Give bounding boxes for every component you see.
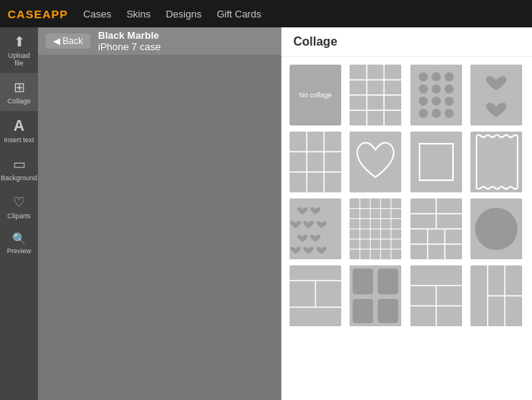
text-icon: A [14,117,24,135]
collage-grid: No collage [282,57,532,334]
logo-suffix: APP [43,8,68,21]
collage-option-cross[interactable] [470,65,522,125]
svg-rect-55 [378,268,398,294]
collage-option-wavy[interactable] [470,132,522,192]
sidebar-item-upload[interactable]: ⬆ Upload file [0,27,38,73]
sidebar-label-cliparts: Cliparts [8,212,31,220]
svg-point-9 [445,72,454,81]
collage-option-rounded-grid[interactable] [350,265,401,326]
logo: CASEAPP [8,8,68,21]
upload-icon: ⬆ [14,33,25,50]
svg-rect-20 [290,132,341,192]
collage-option-3x3[interactable] [290,132,341,192]
sidebar: ⬆ Upload file ⊞ Collage A Insert text ▭ … [0,27,38,400]
collage-option-4big[interactable] [290,265,341,326]
sidebar-item-text[interactable]: A Insert text [0,111,38,150]
collage-option-none[interactable]: No collage [290,65,341,125]
sidebar-label-collage: Collage [8,97,31,105]
content-area: ◀ Back Black Marble iPhone 7 case Collag… [38,27,532,400]
svg-rect-28 [470,132,522,192]
nav-giftcards[interactable]: Gift Cards [217,8,261,20]
collage-option-grid34[interactable] [350,65,401,125]
svg-point-15 [445,97,454,106]
svg-rect-26 [410,132,462,192]
svg-point-10 [419,84,428,94]
product-subtitle: iPhone 7 case [98,41,160,52]
svg-point-18 [445,109,454,118]
sidebar-label-background: Background [1,174,37,182]
collage-option-dots[interactable] [410,65,462,125]
collage-option-thirds-h[interactable] [410,265,462,326]
svg-point-7 [419,72,428,81]
svg-rect-57 [378,299,398,323]
collage-option-many-grid[interactable] [350,198,401,259]
background-icon: ▭ [13,156,26,173]
sidebar-label-preview: Preview [7,247,31,255]
collage-option-circle[interactable] [470,198,522,259]
nav-skins[interactable]: Skins [126,8,150,20]
cliparts-icon: ♡ [13,194,25,211]
svg-point-17 [432,109,441,118]
sidebar-item-cliparts[interactable]: ♡ Cliparts [0,188,38,226]
collage-panel-title: Collage [282,27,532,57]
svg-rect-54 [353,268,373,294]
collage-icon: ⊞ [14,79,25,96]
collage-option-asymm[interactable] [410,198,462,259]
nav-designs[interactable]: Designs [166,8,201,20]
svg-point-16 [419,109,428,118]
nav-cases[interactable]: Cases [84,8,112,20]
sidebar-label-upload: Upload file [3,52,35,67]
collage-option-heart-outline[interactable] [350,132,401,192]
sidebar-item-preview[interactable]: 🔍 Preview [0,226,38,261]
sidebar-item-background[interactable]: ▭ Background [0,150,38,188]
collage-option-thirds-v[interactable] [470,265,522,326]
no-collage-label: No collage [299,91,332,99]
svg-point-8 [432,72,441,81]
svg-point-13 [419,97,428,106]
collage-option-square-outline[interactable] [410,132,462,192]
svg-rect-56 [353,299,373,323]
product-title: Black Marble [98,30,160,41]
sidebar-label-text: Insert text [4,136,34,144]
svg-point-48 [475,208,518,250]
top-nav: CASEAPP Cases Skins Designs Gift Cards [0,0,532,27]
svg-point-14 [432,97,441,106]
svg-rect-25 [350,132,401,192]
back-button[interactable]: ◀ Back [46,33,90,49]
logo-prefix: CASE [8,8,43,21]
main-layout: ⬆ Upload file ⊞ Collage A Insert text ▭ … [0,27,532,400]
collage-option-hearts[interactable] [290,198,341,259]
preview-icon: 🔍 [12,232,27,246]
sidebar-item-collage[interactable]: ⊞ Collage [0,73,38,111]
svg-point-11 [432,84,441,94]
product-name: Black Marble iPhone 7 case [98,30,160,52]
svg-point-12 [445,84,454,94]
collage-panel: Collage No collage [281,27,532,400]
